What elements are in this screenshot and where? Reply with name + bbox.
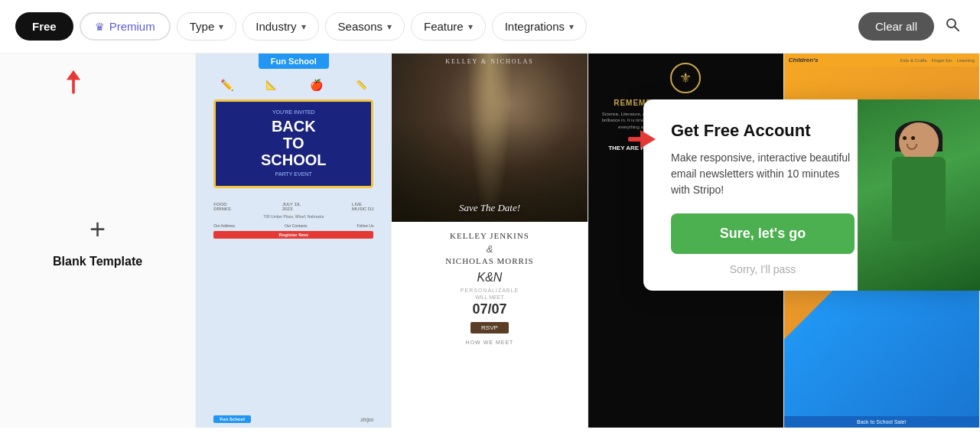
get-free-account-popup: × Get Free Account Make responsive, inte… [643,99,980,291]
card3-how-we-meet: HOW WE MEET [401,340,578,345]
type-filter-button[interactable]: Type ▾ [177,12,237,41]
popup-cta-button[interactable]: Sure, let's go [671,213,855,254]
card2-back: BACK TO SCHOOL [222,118,365,168]
popup-title: Get Free Account [671,121,855,141]
seasons-filter-button[interactable]: Seasons ▾ [325,12,405,41]
card5-logo: Children's [789,57,819,63]
svg-marker-4 [640,130,656,148]
add-icon: + [90,213,106,246]
woman-figure [869,115,969,291]
blank-template-card[interactable]: + Blank Template [0,54,196,428]
blank-template-label: Blank Template [53,255,142,268]
card3-date: 07/07 [401,301,578,317]
card2-footer-tag: Fun School [213,415,251,423]
crown-icon: ♛ [95,21,105,33]
popup-arrow-icon [628,129,656,153]
popup-description: Make responsive, interactive beautiful e… [671,150,855,198]
card3-ampersand: & [401,243,578,255]
integrations-filter-button[interactable]: Integrations ▾ [492,12,587,41]
popup-skip-button[interactable]: Sorry, I'll pass [671,263,855,275]
scroll-up-arrow[interactable] [61,69,86,102]
chevron-down-icon: ▾ [301,21,306,32]
wedding-card[interactable]: Save The Date! KELLEY & NICHOLAS KELLEY … [392,54,588,428]
free-filter-button[interactable]: Free [15,12,73,41]
svg-line-1 [955,27,959,31]
popup-woman-image [858,99,980,291]
card2-stripo-brand: stripo [360,417,373,422]
card2-tag: Fun School [259,54,329,69]
premium-filter-button[interactable]: ♛ Premium [80,12,171,41]
card3-name2: NICHOLAS MORRIS [401,255,578,268]
chevron-down-icon: ▾ [569,21,574,32]
card3-name1: KELLEY JENKINS [401,229,578,243]
search-button[interactable] [940,14,965,39]
svg-marker-3 [67,70,80,80]
content-area: + Blank Template Fun School ✏️ 📐 🍎 📏 YOU… [0,54,980,428]
card3-monogram: K&N [401,271,578,285]
back-to-school-card[interactable]: Fun School ✏️ 📐 🍎 📏 YOU'RE INVITED BACK … [196,54,392,428]
card5-nav: Kids & Crafts Finger fun Learning [900,58,975,63]
card4-emblem: ⚜ [670,63,701,93]
card5-footer: Back to School Sale! [784,416,979,428]
chevron-down-icon: ▾ [387,21,392,32]
clear-all-button[interactable]: Clear all [858,12,934,41]
chevron-down-icon: ▾ [468,21,473,32]
feature-filter-button[interactable]: Feature ▾ [411,12,486,41]
card3-save-date: Save The Date! [392,202,587,214]
svg-rect-5 [628,137,642,142]
search-icon [945,17,960,32]
card2-chalkboard: YOU'RE INVITED BACK TO SCHOOL PARTY EVEN… [213,99,373,188]
chevron-down-icon: ▾ [219,21,223,32]
card5-header: Children's Kids & Crafts Finger fun Lear… [784,54,979,67]
filter-bar: Free ♛ Premium Type ▾ Industry ▾ Seasons… [0,0,980,54]
card3-rsvp: RSVP [470,322,509,334]
industry-filter-button[interactable]: Industry ▾ [243,12,318,41]
